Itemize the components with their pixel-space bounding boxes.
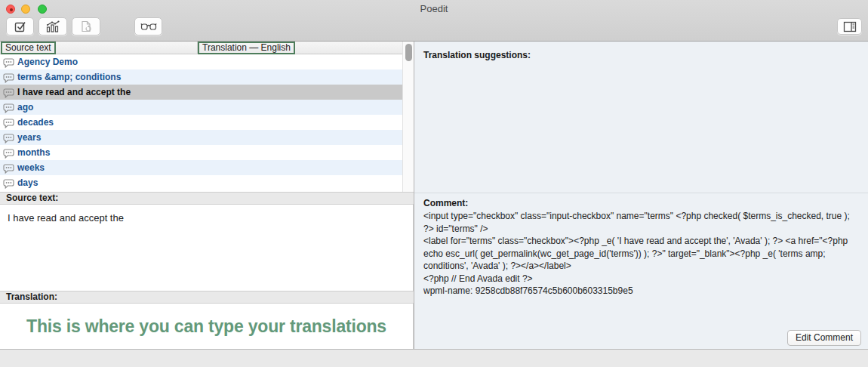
statistics-button[interactable]: [38, 17, 67, 35]
table-row[interactable]: I have read and accept the: [0, 85, 402, 100]
statistics-icon: [45, 20, 60, 33]
edit-comment-button[interactable]: Edit Comment: [787, 330, 861, 346]
scrollbar-thumb[interactable]: [405, 44, 412, 61]
row-source-text: terms &amp; conditions: [17, 72, 121, 82]
column-header-source[interactable]: Source text: [1, 42, 56, 54]
window-chrome: Poedit: [0, 0, 868, 42]
table-row[interactable]: terms &amp; conditions: [0, 69, 402, 85]
list-scrollbar[interactable]: [402, 42, 414, 192]
column-divider: [197, 42, 198, 54]
row-source-text: Agency Demo: [17, 57, 78, 67]
main-area: Source text Translation — English Agency…: [0, 42, 868, 349]
row-source-text: months: [17, 147, 50, 158]
table-row[interactable]: Agency Demo: [0, 54, 402, 69]
message-list: Agency Demo terms &amp; conditions I hav…: [0, 54, 402, 192]
translation-hint-text: This is where you can type your translat…: [26, 316, 386, 337]
table-row[interactable]: days: [0, 175, 402, 190]
translation-suggestions-label: Translation suggestions:: [423, 50, 531, 60]
row-source-text: decades: [17, 117, 54, 128]
source-text-value: I have read and accept the: [8, 212, 124, 224]
proofread-button[interactable]: [134, 17, 162, 35]
proofread-glasses-icon: [140, 21, 157, 32]
table-row[interactable]: ago: [0, 100, 402, 115]
row-source-text: days: [17, 177, 38, 188]
sidebar-panel: Translation suggestions: Comment: <input…: [414, 42, 868, 349]
update-from-code-button[interactable]: [72, 17, 100, 35]
row-source-text: weeks: [17, 162, 45, 173]
source-text-field[interactable]: I have read and accept the: [0, 205, 414, 291]
status-bar: Translated: 0 of 1616 (0 %) • Remains: 1…: [0, 349, 868, 367]
update-from-code-icon: [79, 20, 93, 33]
translation-list-pane: Source text Translation — English Agency…: [0, 42, 414, 349]
column-header-translation[interactable]: Translation — English: [198, 42, 295, 54]
sidebar-toggle-button[interactable]: [837, 18, 862, 35]
table-row[interactable]: decades: [0, 115, 402, 130]
table-row[interactable]: years: [0, 130, 402, 145]
translation-label: Translation:: [0, 291, 414, 304]
comment-label: Comment:: [423, 198, 468, 208]
row-source-text: years: [17, 132, 41, 143]
comment-bubble-icon: [3, 178, 14, 192]
sidebar-divider: [414, 193, 868, 193]
validate-icon: [14, 20, 27, 33]
row-source-text: ago: [17, 102, 33, 113]
source-text-label: Source text:: [0, 192, 414, 205]
table-row[interactable]: weeks: [0, 160, 402, 175]
list-header: Source text Translation — English: [0, 42, 414, 54]
validate-button[interactable]: [6, 17, 34, 35]
row-source-text: I have read and accept the: [17, 87, 131, 97]
window-title: Poedit: [0, 3, 868, 14]
comment-text: <input type="checkbox" class="input-chec…: [423, 210, 863, 298]
table-row[interactable]: months: [0, 145, 402, 160]
poedit-window: Poedit: [0, 0, 868, 367]
sidebar-toggle-icon: [843, 21, 857, 32]
translation-input[interactable]: This is where you can type your translat…: [0, 304, 414, 349]
